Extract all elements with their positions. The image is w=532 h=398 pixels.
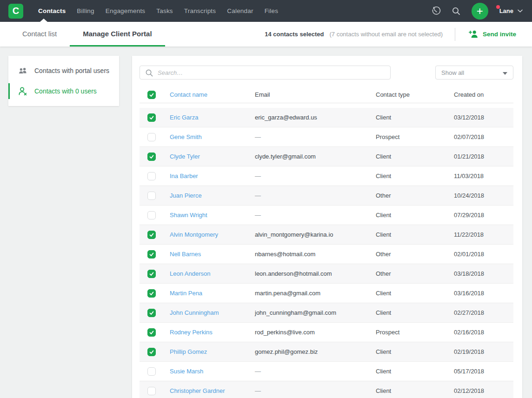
contact-name-link[interactable]: John Cunningham	[170, 309, 255, 316]
notification-dot	[496, 5, 500, 9]
contact-created: 02/16/2018	[454, 329, 513, 336]
column-header-contact-name[interactable]: Contact name	[170, 91, 255, 98]
select-all-checkbox[interactable]	[147, 91, 156, 99]
nav-item-contacts[interactable]: Contacts	[33, 7, 71, 14]
tab-label: Manage Client Portal	[83, 30, 152, 38]
contact-name-link[interactable]: Gene Smith	[170, 133, 255, 140]
contact-name-link[interactable]: Shawn Wright	[170, 212, 255, 219]
selected-count-text: 14 contacts selected	[265, 31, 324, 38]
row-checkbox[interactable]	[147, 250, 156, 259]
tab-contact-list[interactable]: Contact list	[9, 22, 70, 46]
search-input[interactable]	[140, 66, 390, 79]
show-filter-dropdown[interactable]: Show all	[435, 66, 513, 80]
contact-created: 02/07/2018	[454, 133, 513, 140]
contact-created: 02/27/2018	[454, 309, 513, 316]
contact-email: john_cunningham@gmail.com	[255, 309, 376, 316]
contact-name-link[interactable]: Susie Marsh	[170, 368, 255, 375]
row-checkbox[interactable]	[147, 153, 156, 161]
search-icon[interactable]	[451, 6, 461, 16]
row-checkbox[interactable]	[147, 367, 156, 376]
row-checkbox[interactable]	[147, 211, 156, 219]
row-checkbox[interactable]	[147, 231, 156, 239]
contact-name-link[interactable]: Juan Pierce	[170, 192, 255, 199]
checkmark-icon	[149, 330, 154, 335]
add-icon[interactable]: +	[472, 3, 488, 20]
contact-name-link[interactable]: Martin Pena	[170, 290, 255, 297]
column-header-email[interactable]: Email	[255, 91, 376, 98]
row-checkbox[interactable]	[147, 133, 156, 141]
nav-item-calendar[interactable]: Calendar	[221, 7, 259, 14]
history-icon[interactable]	[431, 6, 441, 16]
contact-email: martin.pena@gmail.com	[255, 290, 376, 297]
row-checkbox[interactable]	[147, 328, 156, 337]
nav-item-transcripts[interactable]: Transcripts	[179, 7, 221, 14]
row-checkbox[interactable]	[147, 172, 156, 180]
contact-created: 02/12/2018	[454, 387, 513, 394]
table-row: Christopher Gardner — Client 02/12/2018	[140, 381, 513, 398]
contact-created: 03/16/2018	[454, 290, 513, 297]
table-row: Clyde Tyler clyde.tyler@gmail.com Client…	[140, 147, 513, 166]
contact-name-link[interactable]: Phillip Gomez	[170, 348, 255, 355]
contact-name-link[interactable]: Clyde Tyler	[170, 153, 255, 160]
checkmark-icon	[149, 349, 154, 355]
checkmark-icon	[149, 291, 154, 296]
content-area: Contacts with portal users Contacts with…	[0, 46, 532, 398]
contact-type: Other	[376, 192, 454, 199]
checkmark-icon	[149, 92, 154, 98]
table-toolbar: Show all	[140, 66, 513, 80]
contact-email: —	[255, 192, 376, 199]
row-checkbox[interactable]	[147, 113, 156, 122]
app-logo[interactable]: C	[8, 4, 23, 19]
tab-label: Contact list	[22, 30, 57, 38]
contact-name-link[interactable]: Rodney Perkins	[170, 329, 255, 336]
contact-type: Prospect	[376, 133, 454, 140]
chevron-down-icon	[518, 9, 523, 13]
column-header-created-on[interactable]: Created on	[454, 91, 513, 98]
row-checkbox[interactable]	[147, 289, 156, 298]
table-header-row: Contact name Email Contact type Created …	[140, 86, 513, 103]
table-row: Juan Pierce — Other 10/24/2018	[140, 186, 513, 206]
table-row: Ina Barber — Client 11/03/2018	[140, 166, 513, 186]
row-checkbox[interactable]	[147, 309, 156, 317]
tab-manage-client-portal[interactable]: Manage Client Portal	[70, 22, 165, 46]
nav-item-files[interactable]: Files	[259, 7, 284, 14]
user-menu[interactable]: Lane	[499, 7, 523, 14]
table-row: Alvin Montgomery alvin_montgomery@karina…	[140, 225, 513, 245]
column-header-contact-type[interactable]: Contact type	[376, 91, 454, 98]
page-tabbar: Contact list Manage Client Portal 14 con…	[0, 22, 532, 46]
search-icon	[145, 68, 154, 78]
nav-item-tasks[interactable]: Tasks	[151, 7, 179, 14]
contact-name-link[interactable]: Nell Barnes	[170, 251, 255, 258]
contact-name-link[interactable]: Ina Barber	[170, 172, 255, 179]
contact-name-link[interactable]: Eric Garza	[170, 114, 255, 121]
row-checkbox[interactable]	[147, 192, 156, 200]
table-row: John Cunningham john_cunningham@gmail.co…	[140, 303, 513, 323]
table-row: Leon Anderson leon.anderson@hotmail.com …	[140, 264, 513, 284]
send-invite-button[interactable]: Send invite	[468, 30, 516, 39]
contact-type: Other	[376, 270, 454, 277]
row-checkbox[interactable]	[147, 387, 156, 395]
contact-type: Client	[376, 309, 454, 316]
checkmark-icon	[149, 310, 154, 316]
contact-email: —	[255, 212, 376, 219]
sidebar-item-contacts-with-0-users[interactable]: Contacts with 0 users	[8, 81, 119, 101]
row-checkbox[interactable]	[147, 348, 156, 356]
checkmark-icon	[149, 115, 154, 120]
row-checkbox[interactable]	[147, 270, 156, 278]
contact-created: 07/29/2018	[454, 212, 513, 219]
contact-created: 01/21/2018	[454, 153, 513, 160]
contact-name-link[interactable]: Alvin Montgomery	[170, 231, 255, 238]
people-icon	[17, 67, 28, 75]
filter-value: Show all	[441, 69, 464, 76]
table-row: Eric Garza eric_garza@edward.us Client 0…	[140, 108, 513, 127]
contact-email: —	[255, 368, 376, 375]
nav-item-engagements[interactable]: Engagements	[100, 7, 151, 14]
sidebar-item-contacts-with-portal-users[interactable]: Contacts with portal users	[8, 60, 119, 81]
contact-name-link[interactable]: Leon Anderson	[170, 270, 255, 277]
nav-item-billing[interactable]: Billing	[71, 7, 100, 14]
contact-name-link[interactable]: Christopher Gardner	[170, 387, 255, 394]
contact-created: 11/03/2018	[454, 172, 513, 179]
table-row: Nell Barnes nbarnes@hotmail.com Other 02…	[140, 245, 513, 264]
contact-email: eric_garza@edward.us	[255, 114, 376, 121]
send-invite-label: Send invite	[483, 31, 516, 38]
